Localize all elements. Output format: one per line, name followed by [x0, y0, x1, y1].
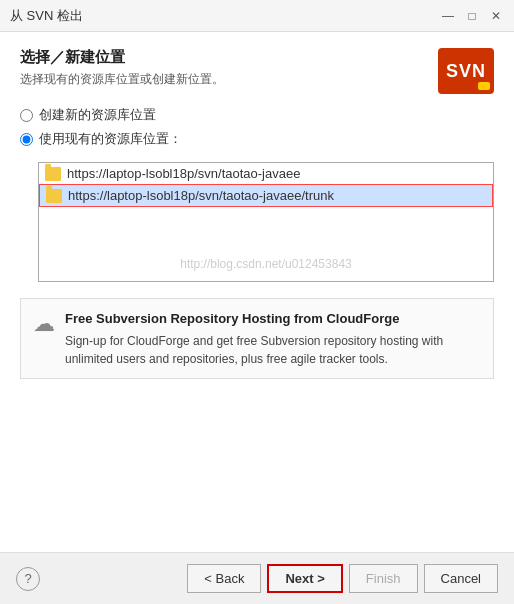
svn-logo-decoration — [478, 82, 490, 90]
finish-button[interactable]: Finish — [349, 564, 418, 593]
use-existing-radio[interactable] — [20, 133, 33, 146]
cloudforge-title: Free Subversion Repository Hosting from … — [65, 309, 481, 329]
header-area: 选择／新建位置 选择现有的资源库位置或创建新位置。 SVN — [20, 48, 494, 94]
folder-icon-2 — [46, 189, 62, 203]
repo-item-2[interactable]: https://laptop-lsobl18p/svn/taotao-javae… — [39, 184, 493, 207]
create-new-option[interactable]: 创建新的资源库位置 — [20, 106, 494, 124]
svn-logo: SVN — [438, 48, 494, 94]
footer-buttons: < Back Next > Finish Cancel — [187, 564, 498, 593]
repo-url-1: https://laptop-lsobl18p/svn/taotao-javae… — [67, 166, 300, 181]
repo-list-container[interactable]: https://laptop-lsobl18p/svn/taotao-javae… — [38, 162, 494, 282]
radio-section: 创建新的资源库位置 使用现有的资源库位置： — [20, 106, 494, 154]
create-new-radio[interactable] — [20, 109, 33, 122]
title-bar: 从 SVN 检出 — □ ✕ — [0, 0, 514, 32]
dialog-body: 选择／新建位置 选择现有的资源库位置或创建新位置。 SVN 创建新的资源库位置 … — [0, 32, 514, 552]
header-text: 选择／新建位置 选择现有的资源库位置或创建新位置。 — [20, 48, 438, 88]
repo-url-2: https://laptop-lsobl18p/svn/taotao-javae… — [68, 188, 334, 203]
cloudforge-text: Free Subversion Repository Hosting from … — [65, 309, 481, 368]
title-bar-title: 从 SVN 检出 — [10, 7, 440, 25]
back-button[interactable]: < Back — [187, 564, 261, 593]
cloudforge-banner: ☁ Free Subversion Repository Hosting fro… — [20, 298, 494, 379]
cancel-button[interactable]: Cancel — [424, 564, 498, 593]
header-title: 选择／新建位置 — [20, 48, 438, 67]
create-new-label[interactable]: 创建新的资源库位置 — [39, 106, 156, 124]
cloud-icon: ☁ — [33, 311, 55, 337]
cloudforge-description: Sign-up for CloudForge and get free Subv… — [65, 332, 481, 368]
close-button[interactable]: ✕ — [488, 8, 504, 24]
title-bar-controls: — □ ✕ — [440, 8, 504, 24]
dialog-footer: ? < Back Next > Finish Cancel — [0, 552, 514, 604]
folder-icon-1 — [45, 167, 61, 181]
use-existing-option[interactable]: 使用现有的资源库位置： — [20, 130, 494, 148]
watermark: http://blog.csdn.net/u012453843 — [180, 257, 351, 271]
help-button[interactable]: ? — [16, 567, 40, 591]
maximize-button[interactable]: □ — [464, 8, 480, 24]
svn-logo-text: SVN — [446, 61, 486, 82]
repo-item-1[interactable]: https://laptop-lsobl18p/svn/taotao-javae… — [39, 163, 493, 184]
use-existing-label[interactable]: 使用现有的资源库位置： — [39, 130, 182, 148]
next-button[interactable]: Next > — [267, 564, 342, 593]
header-subtitle: 选择现有的资源库位置或创建新位置。 — [20, 71, 438, 88]
minimize-button[interactable]: — — [440, 8, 456, 24]
